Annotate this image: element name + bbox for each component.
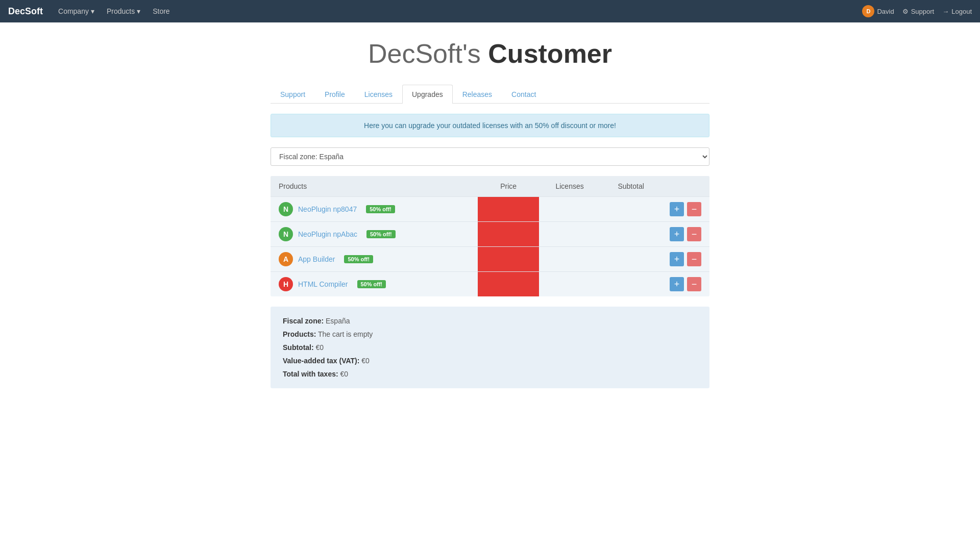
price-cell-1 [478,197,539,222]
info-banner: Here you can upgrade your outdated licen… [271,114,709,137]
product-cell-3: A App Builder 50% off! [271,247,478,272]
avatar: D [862,5,874,17]
actions-cell-4: + − [662,272,709,297]
table-row: H HTML Compiler 50% off! + − [271,272,709,297]
actions-cell-2: + − [662,222,709,247]
tab-upgrades[interactable]: Upgrades [402,85,453,104]
navbar-right: D David ⚙ Support → Logout [862,5,972,17]
add-button-3[interactable]: + [670,252,684,266]
licenses-cell-4 [539,272,600,297]
navbar-support[interactable]: ⚙ Support [902,8,935,15]
support-icon: ⚙ [902,8,909,15]
product-icon-4: H [279,277,293,291]
product-cell-4: H HTML Compiler 50% off! [271,272,478,297]
licenses-cell-2 [539,222,600,247]
products-table: Products Price Licenses Subtotal N NeoPl… [271,176,709,296]
navbar-products[interactable]: Products ▾ [102,5,145,17]
navbar-store[interactable]: Store [148,5,175,17]
price-cell-3 [478,247,539,272]
discount-badge-3: 50% off! [344,255,373,263]
navbar-left: DecSoft Company ▾ Products ▾ Store [8,5,175,17]
fiscal-zone-select[interactable]: Fiscal zone: España [271,147,709,166]
price-cell-2 [478,222,539,247]
licenses-cell-3 [539,247,600,272]
summary-subtotal: Subtotal: €0 [283,343,697,352]
page-title: DecSoft's Customer [271,38,709,69]
product-cell-1: N NeoPlugin np8047 50% off! [271,197,478,222]
add-button-4[interactable]: + [670,277,684,291]
navbar-company[interactable]: Company ▾ [53,5,100,17]
summary-products: Products: The cart is empty [283,330,697,338]
product-icon-2: N [279,227,293,241]
username-label: David [877,8,894,15]
subtotal-cell-1 [600,197,662,222]
dropdown-arrow-icon: ▾ [91,7,94,15]
navbar-logout[interactable]: → Logout [942,8,972,15]
licenses-cell-1 [539,197,600,222]
actions-cell-1: + − [662,197,709,222]
add-button-2[interactable]: + [670,227,684,241]
product-cell-2: N NeoPlugin npAbac 50% off! [271,222,478,247]
summary-box: Fiscal zone: España Products: The cart i… [271,307,709,388]
table-row: N NeoPlugin npAbac 50% off! + − [271,222,709,247]
fiscal-zone-wrapper: Fiscal zone: España [271,147,709,166]
logout-icon: → [942,8,949,15]
actions-cell-3: + − [662,247,709,272]
main-content: DecSoft's Customer Support Profile Licen… [260,22,720,404]
discount-badge-4: 50% off! [357,280,386,288]
summary-fiscal-zone: Fiscal zone: España [283,317,697,325]
remove-button-2[interactable]: − [687,227,701,241]
tabs-container: Support Profile Licenses Upgrades Releas… [271,85,709,104]
table-row: N NeoPlugin np8047 50% off! + − [271,197,709,222]
tab-contact[interactable]: Contact [502,85,546,104]
navbar: DecSoft Company ▾ Products ▾ Store D Dav… [0,0,980,22]
product-icon-3: A [279,252,293,266]
remove-button-3[interactable]: − [687,252,701,266]
subtotal-cell-4 [600,272,662,297]
remove-button-1[interactable]: − [687,202,701,216]
col-header-licenses: Licenses [539,176,600,197]
col-header-subtotal: Subtotal [600,176,662,197]
tab-releases[interactable]: Releases [453,85,502,104]
dropdown-arrow-icon: ▾ [137,7,140,15]
col-header-price: Price [478,176,539,197]
summary-total: Total with taxes: €0 [283,370,697,378]
navbar-user[interactable]: D David [862,5,894,17]
navbar-menu: Company ▾ Products ▾ Store [53,5,175,17]
discount-badge-2: 50% off! [366,230,396,238]
product-icon-1: N [279,202,293,216]
subtotal-cell-2 [600,222,662,247]
product-name-4: HTML Compiler [298,280,348,288]
tab-profile[interactable]: Profile [315,85,355,104]
product-name-1: NeoPlugin np8047 [298,205,357,213]
tab-licenses[interactable]: Licenses [355,85,402,104]
summary-vat: Value-added tax (VAT): €0 [283,357,697,365]
tab-support[interactable]: Support [271,85,315,104]
col-header-products: Products [271,176,478,197]
product-name-2: NeoPlugin npAbac [298,230,357,238]
discount-badge-1: 50% off! [366,205,395,213]
remove-button-4[interactable]: − [687,277,701,291]
subtotal-cell-3 [600,247,662,272]
price-cell-4 [478,272,539,297]
add-button-1[interactable]: + [670,202,684,216]
col-header-actions [662,176,709,197]
product-name-3: App Builder [298,255,335,263]
brand-logo[interactable]: DecSoft [8,6,43,17]
table-row: A App Builder 50% off! + − [271,247,709,272]
